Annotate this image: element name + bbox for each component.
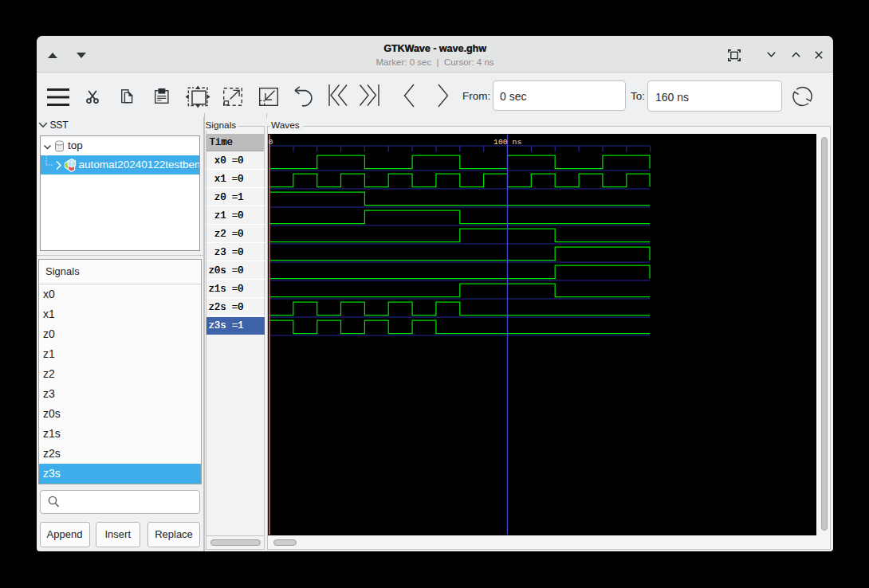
svg-text:0: 0 xyxy=(269,138,273,147)
svg-text:100 ns: 100 ns xyxy=(493,138,521,147)
